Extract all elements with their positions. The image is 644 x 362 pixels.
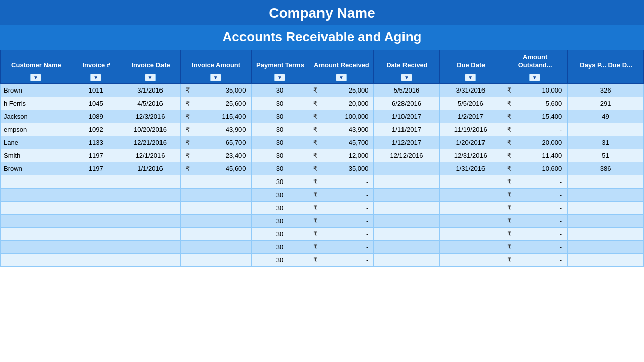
- filter-amount-received[interactable]: ▼: [308, 71, 374, 84]
- filter-row: ▼ ▼ ▼ ▼ ▼ ▼ ▼ ▼ ▼: [1, 71, 644, 84]
- col-header-payment-terms: Payment Terms: [251, 50, 308, 71]
- filter-amount-outstanding[interactable]: ▼: [502, 71, 568, 84]
- col-header-due-date: Due Date: [439, 50, 502, 71]
- col-header-amount-outstanding: Amount Outstand...: [502, 50, 568, 71]
- table-row: 30₹-₹-: [1, 254, 644, 267]
- filter-due-date[interactable]: ▼: [439, 71, 502, 84]
- table-wrapper: Customer Name Invoice # Invoice Date Inv…: [0, 50, 644, 267]
- header-company: Company Name: [0, 0, 644, 25]
- table-row: Brown11971/1/2016₹45,60030₹35,0001/31/20…: [1, 162, 644, 175]
- col-header-customer: Customer Name: [1, 50, 71, 71]
- header-title: Accounts Receivable and Aging: [0, 25, 644, 50]
- table-row: empson109210/20/2016₹43,90030₹43,9001/11…: [1, 123, 644, 136]
- table-row: 30₹-₹-: [1, 175, 644, 189]
- col-header-invoice-num: Invoice #: [71, 50, 120, 71]
- column-headers-row: Customer Name Invoice # Invoice Date Inv…: [1, 50, 644, 71]
- filter-payment-terms[interactable]: ▼: [251, 71, 308, 84]
- table-row: 30₹-₹-: [1, 228, 644, 241]
- col-header-invoice-amount: Invoice Amount: [180, 50, 251, 71]
- table-row: 30₹-₹-: [1, 189, 644, 202]
- col-header-invoice-date: Invoice Date: [120, 50, 180, 71]
- table-row: 30₹-₹-: [1, 241, 644, 254]
- table-row: Smith119712/1/2016₹23,40030₹12,00012/12/…: [1, 149, 644, 162]
- filter-invoice-amount[interactable]: ▼: [180, 71, 251, 84]
- table-row: h Ferris10454/5/2016₹25,60030₹20,0006/28…: [1, 97, 644, 110]
- col-header-amount-received: Amount Received: [308, 50, 374, 71]
- filter-customer[interactable]: ▼: [1, 71, 71, 84]
- filter-invoice-date[interactable]: ▼: [120, 71, 180, 84]
- table-row: Jackson108912/3/2016₹115,40030₹100,0001/…: [1, 110, 644, 123]
- col-header-date-received: Date Recived: [374, 50, 439, 71]
- table-row: Lane113312/21/2016₹65,70030₹45,7001/12/2…: [1, 136, 644, 149]
- table-row: 30₹-₹-: [1, 215, 644, 228]
- table-body: Brown10113/1/2016₹35,00030₹25,0005/5/201…: [1, 84, 644, 267]
- accounts-table: Customer Name Invoice # Invoice Date Inv…: [0, 50, 644, 267]
- col-header-days-due: Days P... Due D...: [568, 50, 644, 71]
- table-row: 30₹-₹-: [1, 202, 644, 215]
- filter-date-received[interactable]: ▼: [374, 71, 439, 84]
- filter-days-due: [568, 71, 644, 84]
- table-row: Brown10113/1/2016₹35,00030₹25,0005/5/201…: [1, 84, 644, 97]
- filter-invoice-num[interactable]: ▼: [71, 71, 120, 84]
